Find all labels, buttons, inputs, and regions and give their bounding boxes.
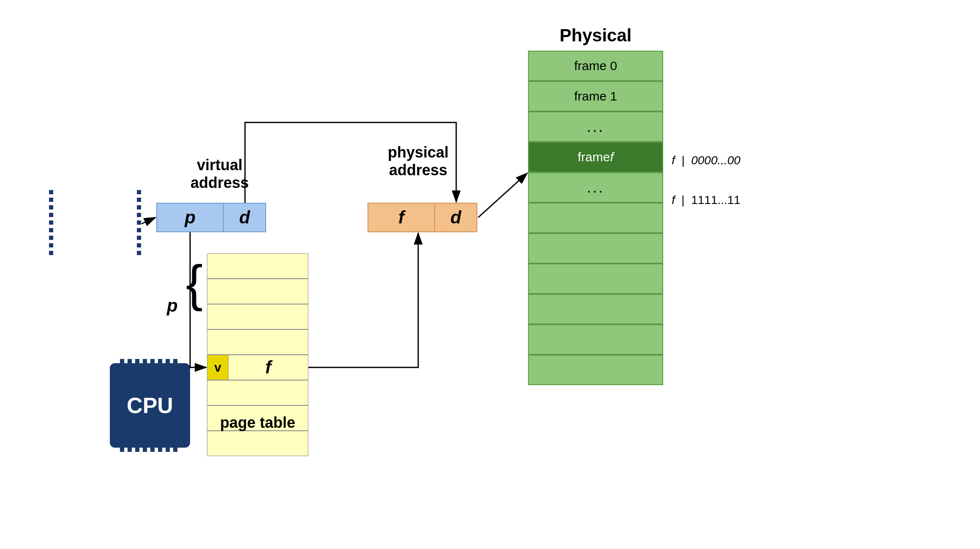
page-table-row: [207, 431, 308, 456]
pm-row-ellipsis2: ...: [528, 172, 663, 203]
physical-address-box: f d: [368, 203, 477, 232]
page-table-label: page table: [207, 414, 308, 432]
pm-row-empty2: [528, 233, 663, 264]
pa-f-field: f: [368, 203, 435, 232]
p-brace-label: p: [167, 296, 178, 316]
pm-row-frame1: frame 1: [528, 81, 663, 111]
diagram-container: CPU virtual address p d physical address…: [0, 0, 980, 549]
cpu-chip-wrapper: CPU: [55, 182, 135, 266]
pa-d-field: d: [435, 203, 477, 232]
page-table-row: [207, 253, 308, 279]
page-table-row: [207, 304, 308, 329]
va-p-field: p: [156, 203, 224, 232]
va-d-field: d: [224, 203, 266, 232]
page-table-highlighted-row: v f: [207, 355, 308, 380]
virtual-address-label: virtual address: [169, 156, 270, 192]
page-table-row: [207, 329, 308, 355]
frame-f-top-label: f | 0000...00: [672, 154, 740, 167]
frame-f-bottom-label: f | 1111...11: [672, 193, 740, 207]
svg-line-2: [478, 173, 527, 217]
pm-row-frame-f: frame f: [528, 142, 663, 172]
svg-line-1: [142, 217, 155, 224]
cpu-label: CPU: [127, 393, 173, 418]
pm-row-empty1: [528, 203, 663, 233]
pm-row-empty6: [528, 355, 663, 385]
pm-row-empty3: [528, 264, 663, 294]
cpu-chip: CPU: [110, 363, 190, 448]
physical-memory: frame 0 frame 1 ... frame f ...: [528, 51, 663, 385]
page-table-row: [207, 279, 308, 304]
physical-address-label: physical address: [368, 144, 469, 179]
pm-row-ellipsis1: ...: [528, 111, 663, 142]
pm-row-empty4: [528, 294, 663, 324]
pt-f-cell: f: [229, 355, 308, 380]
p-brace: {: [186, 258, 203, 308]
virtual-address-box: p d: [156, 203, 266, 232]
pm-row-empty5: [528, 324, 663, 355]
pt-v-cell: v: [207, 355, 229, 380]
page-table-row: [207, 380, 308, 405]
arrows-svg: [0, 0, 980, 549]
pm-row-frame0: frame 0: [528, 51, 663, 81]
